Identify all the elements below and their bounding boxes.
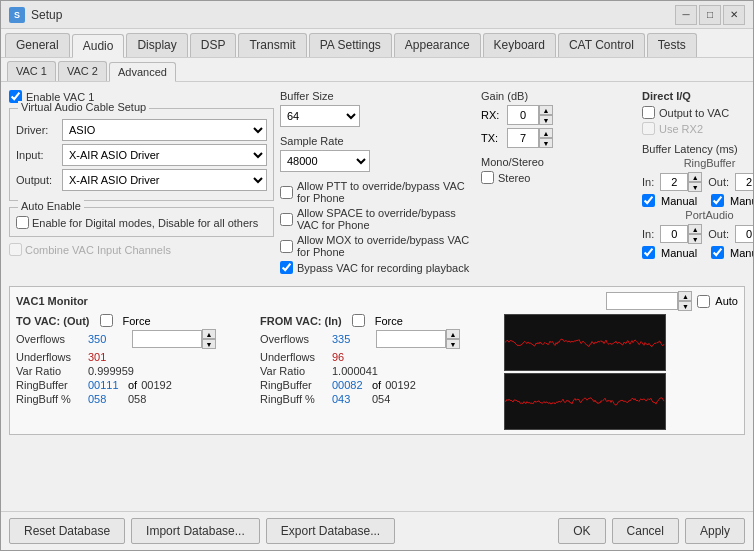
to-rb-pct1: 058 xyxy=(88,393,124,405)
input-select[interactable]: X-AIR ASIO Driver xyxy=(62,144,267,166)
sample-rate-select[interactable]: 48000 xyxy=(280,150,370,172)
reset-db-button[interactable]: Reset Database xyxy=(9,518,125,544)
port-audio-subtitle: PortAudio xyxy=(642,209,753,221)
tab-tests[interactable]: Tests xyxy=(647,33,697,57)
allow-ptt-checkbox[interactable] xyxy=(280,186,293,199)
tx-value[interactable] xyxy=(507,128,539,148)
buffer-latency-group: Buffer Latency (ms) RingBuffer In: ▲ ▼ O… xyxy=(642,143,753,259)
to-ringbuffer-label: RingBuffer xyxy=(16,379,84,391)
use-rx2-checkbox[interactable] xyxy=(642,122,655,135)
allow-mox-checkbox[interactable] xyxy=(280,240,293,253)
sub-tabs: VAC 1 VAC 2 Advanced xyxy=(1,58,753,82)
from-spinbox-input[interactable]: 1.000000 xyxy=(376,330,446,348)
mono-stereo-title: Mono/Stereo xyxy=(481,156,636,168)
apply-button[interactable]: Apply xyxy=(685,518,745,544)
rx-value[interactable] xyxy=(507,105,539,125)
rx-up-button[interactable]: ▲ xyxy=(539,105,553,115)
to-spinbox-up[interactable]: ▲ xyxy=(202,329,216,339)
output-label: Output: xyxy=(16,174,58,186)
ring-manual-out-checkbox[interactable] xyxy=(711,194,724,207)
tab-display[interactable]: Display xyxy=(126,33,187,57)
combine-vac-checkbox[interactable] xyxy=(9,243,22,256)
ring-manual-in-checkbox[interactable] xyxy=(642,194,655,207)
vac-setup-group: Virtual Audio Cable Setup Driver: ASIO I… xyxy=(9,108,274,201)
to-spinbox-input[interactable]: 1.000000 xyxy=(132,330,202,348)
allow-space-row: Allow SPACE to override/bypass VAC for P… xyxy=(280,207,475,231)
pa-out-value[interactable] xyxy=(735,225,753,243)
buffer-size-select[interactable]: 64 xyxy=(280,105,360,127)
allow-mox-label: Allow MOX to override/bypass VAC for Pho… xyxy=(297,234,475,258)
pa-manual-in-checkbox[interactable] xyxy=(642,246,655,259)
cancel-button[interactable]: Cancel xyxy=(612,518,679,544)
auto-checkbox[interactable] xyxy=(697,295,710,308)
auto-enable-checkbox[interactable] xyxy=(16,216,29,229)
tab-advanced[interactable]: Advanced xyxy=(109,62,176,82)
gain-title: Gain (dB) xyxy=(481,90,636,102)
from-underflows-label: Underflows xyxy=(260,351,328,363)
from-spinbox-down[interactable]: ▼ xyxy=(446,339,460,349)
top-value-input[interactable]: 0.000100 xyxy=(606,292,678,310)
scope-top-canvas xyxy=(504,314,666,371)
maximize-button[interactable]: □ xyxy=(699,5,721,25)
right-buttons: OK Cancel Apply xyxy=(558,518,745,544)
bypass-vac-checkbox[interactable] xyxy=(280,261,293,274)
from-spinbox-up[interactable]: ▲ xyxy=(446,329,460,339)
from-vac-force-label: Force xyxy=(375,315,403,327)
ring-out-value[interactable] xyxy=(735,173,753,191)
to-ringbuff-label: RingBuff % xyxy=(16,393,84,405)
from-rb-pct2: 054 xyxy=(372,393,412,405)
pa-in-value[interactable] xyxy=(660,225,688,243)
tab-vac1[interactable]: VAC 1 xyxy=(7,61,56,81)
tab-cat-control[interactable]: CAT Control xyxy=(558,33,645,57)
from-ratio-row: Var Ratio 1.000041 xyxy=(260,365,500,377)
top-value-up[interactable]: ▲ xyxy=(678,291,692,301)
ring-in-value[interactable] xyxy=(660,173,688,191)
tab-general[interactable]: General xyxy=(5,33,70,57)
tx-up-button[interactable]: ▲ xyxy=(539,128,553,138)
driver-select[interactable]: ASIO xyxy=(62,119,267,141)
stereo-row: Stereo xyxy=(481,171,636,184)
pa-in-up[interactable]: ▲ xyxy=(688,224,702,234)
content-area: Enable VAC 1 Virtual Audio Cable Setup D… xyxy=(1,82,753,511)
tab-pa-settings[interactable]: PA Settings xyxy=(309,33,392,57)
output-row: Output: X-AIR ASIO Driver xyxy=(16,169,267,191)
ok-button[interactable]: OK xyxy=(558,518,605,544)
tab-keyboard[interactable]: Keyboard xyxy=(483,33,556,57)
import-db-button[interactable]: Import Database... xyxy=(131,518,260,544)
output-select[interactable]: X-AIR ASIO Driver xyxy=(62,169,267,191)
input-row: Input: X-AIR ASIO Driver xyxy=(16,144,267,166)
from-vac-force-checkbox[interactable] xyxy=(352,314,365,327)
rx-spinbox-buttons: ▲ ▼ xyxy=(539,105,553,125)
ring-in-down[interactable]: ▼ xyxy=(688,182,702,192)
tab-transmit[interactable]: Transmit xyxy=(238,33,306,57)
to-ratio-row: Var Ratio 0.999959 xyxy=(16,365,256,377)
tab-appearance[interactable]: Appearance xyxy=(394,33,481,57)
tx-spinbox: ▲ ▼ xyxy=(507,128,553,148)
ring-out-spinbox: ▲ ▼ xyxy=(735,172,753,192)
minimize-button[interactable]: ─ xyxy=(675,5,697,25)
tab-audio[interactable]: Audio xyxy=(72,34,125,58)
to-spinbox-down[interactable]: ▼ xyxy=(202,339,216,349)
stereo-checkbox[interactable] xyxy=(481,171,494,184)
pa-manual-out-checkbox[interactable] xyxy=(711,246,724,259)
tab-dsp[interactable]: DSP xyxy=(190,33,237,57)
to-underflows-value: 301 xyxy=(88,351,124,363)
auto-enable-group: Auto Enable Enable for Digital modes, Di… xyxy=(9,207,274,237)
vac-setup-title: Virtual Audio Cable Setup xyxy=(18,101,149,113)
pa-in-label: In: xyxy=(642,228,654,240)
from-vac-title: FROM VAC: (In) xyxy=(260,315,342,327)
pa-in-down[interactable]: ▼ xyxy=(688,234,702,244)
allow-space-checkbox[interactable] xyxy=(280,213,293,226)
top-value-down[interactable]: ▼ xyxy=(678,301,692,311)
output-to-vac-checkbox[interactable] xyxy=(642,106,655,119)
export-db-button[interactable]: Export Database... xyxy=(266,518,395,544)
output-to-vac-row: Output to VAC xyxy=(642,106,753,119)
vac-monitor-top-controls: 0.000100 ▲ ▼ Auto xyxy=(606,291,738,311)
close-button[interactable]: ✕ xyxy=(723,5,745,25)
tx-down-button[interactable]: ▼ xyxy=(539,138,553,148)
to-vac-force-checkbox[interactable] xyxy=(100,314,113,327)
vac-setup-panel: Enable VAC 1 Virtual Audio Cable Setup D… xyxy=(9,90,274,280)
rx-down-button[interactable]: ▼ xyxy=(539,115,553,125)
tab-vac2[interactable]: VAC 2 xyxy=(58,61,107,81)
ring-in-up[interactable]: ▲ xyxy=(688,172,702,182)
